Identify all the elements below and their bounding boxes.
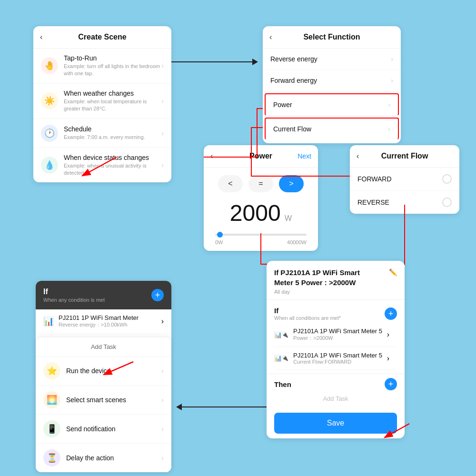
create-scene-panel: ‹ Create Scene 🤚 Tap-to-Run Example: tur… bbox=[33, 26, 171, 182]
chevron-icon: › bbox=[387, 354, 389, 363]
chevron-icon: › bbox=[161, 425, 164, 433]
back-arrow-select[interactable]: ‹ bbox=[269, 33, 272, 41]
power-value: 2000 bbox=[230, 200, 281, 226]
if-dark-header: If When any condition is met + bbox=[36, 281, 171, 309]
chevron-icon: › bbox=[161, 62, 164, 69]
select-function-panel: ‹ Select Function Reverse energy › Forwa… bbox=[263, 26, 401, 143]
if-section: If When all conditions are met* + 📊🔌 PJ2… bbox=[267, 303, 405, 374]
notification-label: Send notification bbox=[66, 425, 161, 433]
result-device-2-name: PJ2101A 1P WiFi Smart Meter 5 bbox=[293, 352, 387, 359]
list-item-device-status[interactable]: 💧 When device status changes Example: wh… bbox=[33, 148, 171, 183]
op-greater-than[interactable]: > bbox=[279, 175, 304, 192]
radio-forward[interactable]: FORWARD bbox=[350, 168, 459, 191]
slider-max: 40000W bbox=[287, 239, 307, 245]
smart-scenes-label: Select smart scenes bbox=[66, 396, 161, 404]
result-panel: If PJ2101A 1P WiFi Smart Meter 5 Power :… bbox=[267, 261, 405, 438]
add-task-then-button[interactable]: + bbox=[385, 378, 397, 390]
add-if-button[interactable]: + bbox=[151, 289, 164, 301]
chevron-icon: › bbox=[388, 101, 390, 109]
edit-icon[interactable]: ✏️ bbox=[389, 268, 397, 276]
back-arrow-power[interactable]: ‹ bbox=[210, 152, 213, 160]
smart-scenes-icon: 🌅 bbox=[43, 391, 60, 408]
schedule-subtitle: Example: 7:00 a.m. every morning. bbox=[64, 134, 161, 141]
chevron-icon: › bbox=[161, 367, 164, 375]
device-status-title: When device status changes bbox=[64, 154, 161, 161]
add-task-notification[interactable]: 📱 Send notification › bbox=[36, 415, 171, 444]
weather-title: When weather changes bbox=[64, 89, 161, 97]
slider-thumb[interactable] bbox=[217, 232, 223, 238]
save-button[interactable]: Save bbox=[274, 413, 397, 434]
tap-to-run-icon: 🤚 bbox=[41, 57, 58, 74]
result-title-area: If PJ2101A 1P WiFi Smart Meter 5 Power :… bbox=[267, 261, 405, 297]
schedule-title: Schedule bbox=[64, 125, 161, 133]
chevron-icon: › bbox=[161, 129, 164, 137]
list-item-schedule[interactable]: 🕐 Schedule Example: 7:00 a.m. every morn… bbox=[33, 119, 171, 148]
if-dark-title: If bbox=[43, 288, 105, 296]
power-slider[interactable] bbox=[215, 234, 307, 236]
add-task-hint: Add Task bbox=[274, 393, 397, 404]
chevron-icon: › bbox=[161, 317, 164, 326]
power-title: Power bbox=[249, 152, 272, 160]
result-title: If PJ2101A 1P WiFi Smart Meter 5 Power :… bbox=[274, 268, 360, 288]
if-label: If bbox=[274, 307, 278, 315]
list-item-tap-to-run[interactable]: 🤚 Tap-to-Run Example: turn off all light… bbox=[33, 49, 171, 84]
run-device-label: Run the device bbox=[66, 367, 161, 375]
if-device-name: PJ2101 1P WiFi Smart Meter bbox=[59, 314, 161, 321]
then-section: Then + Add Task bbox=[267, 374, 405, 408]
arrow-result-to-if bbox=[176, 404, 270, 410]
notification-icon: 📱 bbox=[43, 420, 60, 437]
slider-min: 0W bbox=[215, 239, 223, 245]
all-day-label: All day bbox=[274, 289, 360, 295]
radio-reverse[interactable]: REVERSE bbox=[350, 191, 459, 214]
schedule-icon: 🕐 bbox=[41, 125, 58, 142]
condition-label: When all conditions are met* bbox=[274, 315, 341, 321]
if-dark-subtitle: When any condition is met bbox=[43, 297, 105, 303]
if-device-detail: Reverse energy：>10.00kWh bbox=[59, 321, 161, 328]
if-device-row[interactable]: 📊 PJ2101 1P WiFi Smart Meter Reverse ene… bbox=[36, 309, 171, 334]
radio-circle-reverse bbox=[442, 198, 452, 207]
power-panel: ‹ Power Next < = > 2000 W 0W 40000W bbox=[204, 145, 318, 251]
func-item-current-flow[interactable]: Current Flow › bbox=[265, 118, 399, 139]
create-scene-title: Create Scene bbox=[78, 33, 126, 41]
back-arrow-current-flow[interactable]: ‹ bbox=[357, 152, 359, 160]
add-task-header: Add Task bbox=[36, 337, 171, 357]
current-flow-title: Current Flow bbox=[381, 152, 428, 160]
current-flow-header: ‹ Current Flow bbox=[350, 145, 459, 168]
chevron-icon: › bbox=[161, 97, 164, 105]
power-header: ‹ Power Next bbox=[204, 145, 318, 168]
list-item-weather[interactable]: ☀️ When weather changes Example: when lo… bbox=[33, 84, 171, 119]
value-display: 2000 W bbox=[204, 196, 318, 230]
chevron-icon: › bbox=[388, 125, 390, 133]
select-function-header: ‹ Select Function bbox=[263, 26, 401, 49]
delay-label: Delay the action bbox=[66, 454, 161, 462]
result-device-1-detail: Power：>2000W bbox=[293, 335, 387, 342]
device-status-icon: 💧 bbox=[41, 157, 58, 174]
op-less-than[interactable]: < bbox=[218, 175, 243, 192]
add-task-delay[interactable]: ⏳ Delay the action › bbox=[36, 444, 171, 472]
chevron-icon: › bbox=[161, 396, 164, 404]
func-item-power[interactable]: Power › bbox=[265, 93, 399, 116]
add-task-smart-scenes[interactable]: 🌅 Select smart scenes › bbox=[36, 386, 171, 415]
weather-subtitle: Example: when local temperature is great… bbox=[64, 98, 161, 113]
result-device-1-name: PJ2101A 1P WiFi Smart Meter 5 bbox=[293, 327, 387, 335]
add-condition-button[interactable]: + bbox=[385, 307, 397, 320]
back-arrow-create[interactable]: ‹ bbox=[40, 33, 42, 41]
op-equal[interactable]: = bbox=[248, 175, 273, 192]
tap-to-run-subtitle: Example: turn off all lights in the bedr… bbox=[64, 63, 161, 78]
chevron-icon: › bbox=[391, 77, 393, 84]
power-unit: W bbox=[285, 214, 292, 222]
radio-circle-forward bbox=[442, 174, 452, 184]
chevron-icon: › bbox=[387, 330, 389, 339]
chevron-icon: › bbox=[161, 454, 164, 462]
current-flow-panel: ‹ Current Flow FORWARD REVERSE bbox=[350, 145, 459, 214]
func-item-forward-energy[interactable]: Forward energy › bbox=[263, 70, 401, 91]
result-device-1[interactable]: 📊🔌 PJ2101A 1P WiFi Smart Meter 5 Power：>… bbox=[274, 323, 397, 347]
select-function-title: Select Function bbox=[303, 33, 360, 41]
operator-row: < = > bbox=[204, 168, 318, 196]
slider-labels: 0W 40000W bbox=[215, 239, 307, 245]
result-device-2[interactable]: 📊🔌 PJ2101A 1P WiFi Smart Meter 5 Current… bbox=[274, 347, 397, 370]
weather-icon: ☀️ bbox=[41, 92, 58, 109]
next-button[interactable]: Next bbox=[298, 152, 311, 160]
func-item-reverse-energy[interactable]: Reverse energy › bbox=[263, 49, 401, 70]
add-task-run-device[interactable]: ⭐ Run the device › bbox=[36, 357, 171, 386]
